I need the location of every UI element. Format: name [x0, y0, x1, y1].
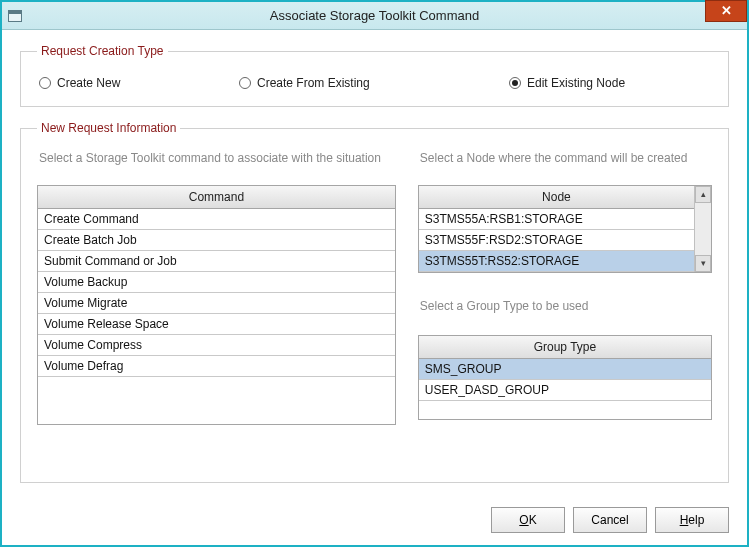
command-table-body: Create Command Create Batch Job Submit C… [38, 209, 395, 424]
help-mnemonic: H [680, 513, 689, 527]
request-type-radio-row: Create New Create From Existing Edit Exi… [37, 72, 712, 90]
node-table-body: Node S3TMS55A:RSB1:STORAGE S3TMS55F:RSD2… [419, 186, 694, 272]
group-type-table: Group Type SMS_GROUP USER_DASD_GROUP [418, 335, 712, 420]
right-column: Select a Node where the command will be … [418, 149, 712, 466]
radio-create-from-existing[interactable]: Create From Existing [239, 76, 509, 90]
node-row[interactable]: S3TMS55F:RSD2:STORAGE [419, 230, 694, 251]
radio-create-from-existing-dot [239, 77, 251, 89]
node-scrollbar[interactable]: ▴ ▾ [694, 186, 711, 272]
cancel-button[interactable]: Cancel [573, 507, 647, 533]
columns: Select a Storage Toolkit command to asso… [37, 149, 712, 466]
command-row[interactable]: Volume Backup [38, 272, 395, 293]
radio-create-from-existing-label: Create From Existing [257, 76, 370, 90]
title-bar: Associate Storage Toolkit Command ✕ [2, 2, 747, 30]
command-table-header[interactable]: Command [38, 186, 395, 209]
group-type-header[interactable]: Group Type [419, 336, 711, 359]
close-button[interactable]: ✕ [705, 0, 747, 22]
command-table: Command Create Command Create Batch Job … [37, 185, 396, 425]
scroll-down-icon[interactable]: ▾ [695, 255, 711, 272]
window-title: Associate Storage Toolkit Command [2, 8, 747, 23]
ok-mnemonic: O [519, 513, 528, 527]
node-hint: Select a Node where the command will be … [420, 151, 712, 165]
ok-rest: K [529, 513, 537, 527]
command-hint: Select a Storage Toolkit command to asso… [39, 151, 396, 165]
button-bar: OK Cancel Help [20, 497, 729, 533]
node-row[interactable]: S3TMS55A:RSB1:STORAGE [419, 209, 694, 230]
command-row[interactable]: Submit Command or Job [38, 251, 395, 272]
group-type-hint: Select a Group Type to be used [420, 299, 712, 313]
radio-edit-existing-node[interactable]: Edit Existing Node [509, 76, 710, 90]
scroll-up-icon[interactable]: ▴ [695, 186, 711, 203]
group-type-row[interactable]: SMS_GROUP [419, 359, 711, 380]
command-row[interactable]: Volume Compress [38, 335, 395, 356]
command-row[interactable]: Volume Defrag [38, 356, 395, 377]
radio-create-new-label: Create New [57, 76, 120, 90]
client-area: Request Creation Type Create New Create … [2, 30, 747, 545]
radio-edit-existing-node-dot [509, 77, 521, 89]
dialog-window: Associate Storage Toolkit Command ✕ Requ… [0, 0, 749, 547]
request-creation-type-group: Request Creation Type Create New Create … [20, 44, 729, 107]
node-table: Node S3TMS55A:RSB1:STORAGE S3TMS55F:RSD2… [418, 185, 712, 273]
group-type-row[interactable]: USER_DASD_GROUP [419, 380, 711, 401]
left-column: Select a Storage Toolkit command to asso… [37, 149, 396, 466]
help-button[interactable]: Help [655, 507, 729, 533]
group-type-body: SMS_GROUP USER_DASD_GROUP [419, 359, 711, 419]
group-type-filler [419, 401, 711, 419]
request-creation-type-legend: Request Creation Type [37, 44, 168, 58]
new-request-information-legend: New Request Information [37, 121, 180, 135]
help-rest: elp [688, 513, 704, 527]
command-row[interactable]: Create Command [38, 209, 395, 230]
command-row[interactable]: Volume Release Space [38, 314, 395, 335]
radio-create-new[interactable]: Create New [39, 76, 239, 90]
node-table-header[interactable]: Node [419, 186, 694, 209]
radio-create-new-dot [39, 77, 51, 89]
node-row[interactable]: S3TMS55T:RS52:STORAGE [419, 251, 694, 272]
new-request-information-group: New Request Information Select a Storage… [20, 121, 729, 483]
ok-button[interactable]: OK [491, 507, 565, 533]
command-row[interactable]: Create Batch Job [38, 230, 395, 251]
command-row[interactable]: Volume Migrate [38, 293, 395, 314]
radio-edit-existing-node-label: Edit Existing Node [527, 76, 625, 90]
